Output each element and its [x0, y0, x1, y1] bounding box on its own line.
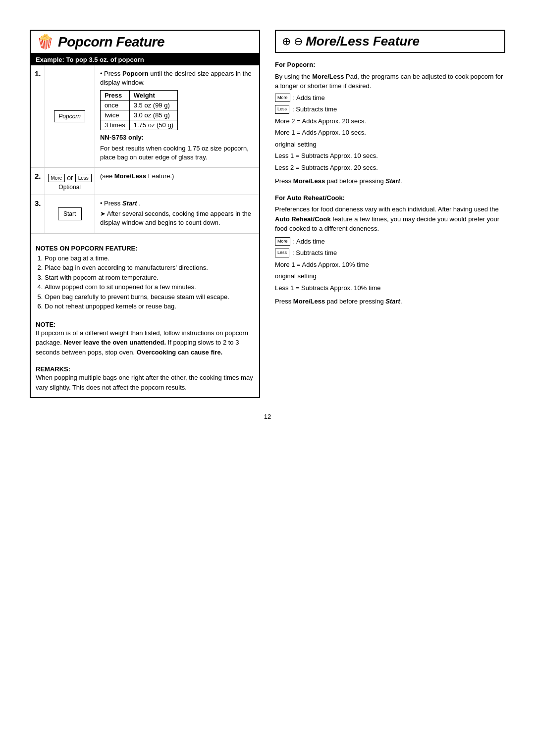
- press-col-header: Press: [100, 91, 129, 101]
- popcorn-detail-1: More 2 = Adds Approx. 20 secs.: [275, 116, 505, 126]
- optional-label: Optional: [48, 184, 92, 191]
- remarks-title: REMARKS:: [36, 365, 70, 373]
- list-item: Place bag in oven according to manufactu…: [45, 263, 254, 273]
- more-less-feature-header: ⊕ ⊖ More/Less Feature: [275, 30, 505, 53]
- auto-detail-2: original setting: [275, 271, 505, 281]
- list-item: Pop one bag at a time.: [45, 253, 254, 263]
- table-row: twice 3.0 oz (85 g): [100, 110, 177, 120]
- right-column: ⊕ ⊖ More/Less Feature For Popcorn: By us…: [275, 30, 505, 308]
- step-2-graphic: More or Less Optional: [45, 167, 95, 195]
- more-less-feature-title: More/Less Feature: [306, 34, 420, 49]
- auto-detail-1: More 1 = Adds Approx. 10% time: [275, 260, 505, 270]
- list-item: Do not reheat unpopped kernels or reuse …: [45, 302, 254, 311]
- step-3-content: • Press Start . ➤ After several seconds,…: [95, 195, 259, 233]
- example-box: Example: To pop 3.5 oz. of popcorn 1. Po…: [30, 54, 260, 398]
- auto-detail-3: Less 1 = Subtracts Approx. 10% time: [275, 283, 505, 293]
- left-column: 🍿 Popcorn Feature Example: To pop 3.5 oz…: [30, 30, 260, 398]
- for-popcorn-title: For Popcorn:: [275, 60, 505, 70]
- popcorn-detail-5: Less 2 = Subtracts Approx. 20 secs.: [275, 163, 505, 173]
- notes-section: NOTES ON POPCORN FEATURE: Pop one bag at…: [31, 241, 259, 311]
- table-row: 3 times 1.75 oz (50 g): [100, 120, 177, 130]
- step-2-content: (see More/Less Feature.): [95, 167, 259, 195]
- popcorn-button: Popcorn: [54, 110, 85, 122]
- remarks-body: When popping multiple bags one right aft…: [36, 373, 254, 392]
- table-row: once 3.5 oz (99 g): [100, 101, 177, 110]
- remarks-box: REMARKS: When popping multiple bags one …: [31, 362, 259, 397]
- step-1-content: • Press Popcorn until the desired size a…: [95, 65, 259, 167]
- step-2-row: 2. More or Less Optional (see More/Less …: [31, 167, 259, 195]
- less-mini-button: Less: [275, 105, 289, 114]
- more-mini-button-2: More: [275, 237, 290, 246]
- step-2-number: 2.: [31, 167, 45, 195]
- list-item: Start with popcorn at room temperature.: [45, 273, 254, 283]
- note-body: If popcorn is of a different weight than…: [36, 328, 254, 357]
- more-button: More: [48, 174, 65, 182]
- list-item: Open bag carefully to prevent burns, bec…: [45, 292, 254, 302]
- list-item: Allow popped corn to sit unopened for a …: [45, 282, 254, 292]
- step-3-row: 3. Start • Press Start . ➤ After several…: [31, 195, 259, 233]
- example-header: Example: To pop 3.5 oz. of popcorn: [31, 54, 259, 65]
- popcorn-detail-4: Less 1 = Subtracts Approx. 10 secs.: [275, 151, 505, 161]
- weight-col-header: Weight: [129, 91, 177, 101]
- right-body: For Popcorn: By using the More/Less Pad,…: [275, 60, 505, 306]
- popcorn-feature-title: Popcorn Feature: [58, 34, 164, 50]
- more-mini-button: More: [275, 94, 290, 102]
- adds-time-label-2: : Adds time: [293, 237, 325, 247]
- page-number: 12: [20, 413, 515, 420]
- step-3-number: 3.: [31, 195, 45, 233]
- step-1-graphic: Popcorn: [45, 65, 95, 167]
- subtracts-time-label-2: : Subtracts time: [292, 248, 337, 258]
- note-box: NOTE: If popcorn is of a different weigh…: [31, 317, 259, 357]
- step-1-row: 1. Popcorn • Press Popcorn until the des…: [31, 65, 259, 167]
- popcorn-detail-3: original setting: [275, 140, 505, 150]
- notes-list: Pop one bag at a time. Place bag in oven…: [45, 253, 254, 311]
- more-less-icon: ⊕ ⊖: [282, 35, 303, 48]
- for-popcorn-intro: By using the More/Less Pad, the programs…: [275, 72, 505, 91]
- step-3-graphic: Start: [45, 195, 95, 233]
- step-1-number: 1.: [31, 65, 45, 167]
- start-button: Start: [58, 207, 82, 220]
- adds-time-label: : Adds time: [293, 93, 325, 103]
- press-more-less-popcorn: Press More/Less pad before pressing Star…: [275, 176, 505, 186]
- press-weight-table: Press Weight once 3.5 oz (99 g) twice 3.…: [100, 90, 178, 130]
- less-button: Less: [75, 174, 92, 182]
- popcorn-icon: 🍿: [37, 34, 54, 50]
- for-auto-title: For Auto Reheat/Cook:: [275, 193, 505, 203]
- popcorn-detail-2: More 1 = Adds Approx. 10 secs.: [275, 128, 505, 138]
- subtracts-time-label: : Subtracts time: [292, 104, 337, 114]
- popcorn-feature-header: 🍿 Popcorn Feature: [30, 30, 260, 54]
- for-auto-intro: Preferences for food doneness vary with …: [275, 204, 505, 234]
- press-more-less-auto: Press More/Less pad before pressing Star…: [275, 297, 505, 306]
- less-mini-button-2: Less: [275, 249, 289, 257]
- note-title: NOTE:: [36, 321, 55, 328]
- notes-title: NOTES ON POPCORN FEATURE:: [36, 245, 254, 252]
- steps-table: 1. Popcorn • Press Popcorn until the des…: [31, 65, 259, 234]
